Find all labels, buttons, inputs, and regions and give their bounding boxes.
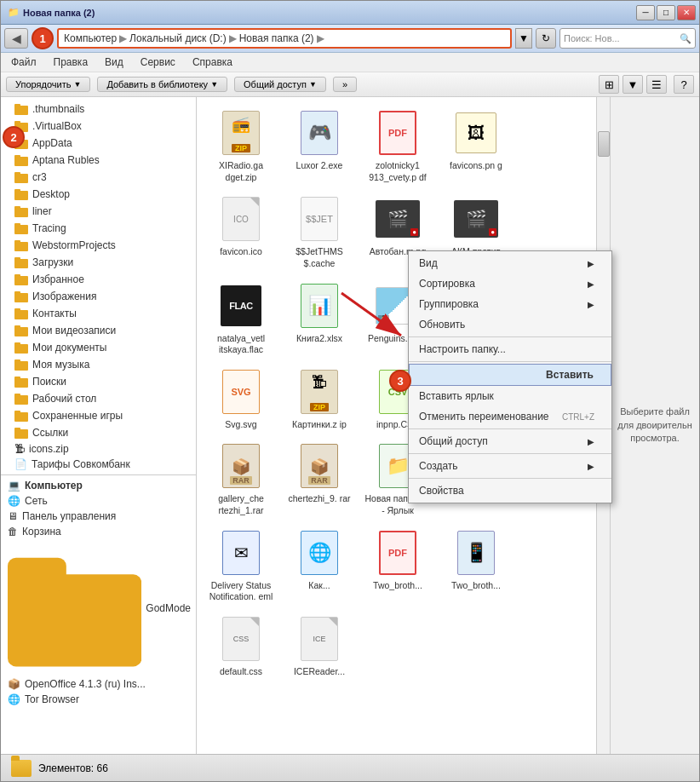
ctx-item-refresh[interactable]: Обновить <box>409 314 611 335</box>
toolbar-right: ⊞ ▼ ☰ ? <box>599 75 694 94</box>
back-button[interactable]: ◀ <box>4 28 28 49</box>
ctx-item-paste[interactable]: 3 Вставить <box>409 364 611 386</box>
ctx-item-share[interactable]: Общий доступ ▶ <box>409 431 611 451</box>
help-button[interactable]: ? <box>674 75 694 94</box>
svg-rect-29 <box>14 342 20 346</box>
sidebar-item-appdata[interactable]: AppData <box>1 135 196 152</box>
sidebar-item-docs[interactable]: Мои документы <box>1 339 196 356</box>
search-box[interactable]: Поиск: Нов... 🔍 <box>559 28 696 49</box>
sidebar-item-downloads[interactable]: Загрузки <box>1 254 196 271</box>
sidebar-item-images[interactable]: Изображения <box>1 288 196 305</box>
sidebar-item-cr3[interactable]: cr3 <box>1 169 196 186</box>
sidebar-item-thumbnails[interactable]: .thumbnails <box>1 101 196 118</box>
file-item-rar2[interactable]: 📦 RAR chertezhi_9. rar <box>282 437 357 520</box>
sidebar-item-network[interactable]: 🌐 Сеть <box>1 493 196 509</box>
details-pane-button[interactable]: ☰ <box>646 75 667 94</box>
sidebar-item-saved-games[interactable]: Сохраненные игры <box>1 407 196 424</box>
sidebar-item-desktop[interactable]: Desktop <box>1 186 196 203</box>
refresh-button[interactable]: ↻ <box>536 28 556 49</box>
close-button[interactable]: ✕ <box>677 5 696 20</box>
toolbar: Упорядочить ▼ Добавить в библиотеку ▼ Об… <box>1 72 699 97</box>
sidebar-item-computer[interactable]: 💻 Компьютер <box>1 478 196 493</box>
file-icon-favicon-ico: ICO <box>215 193 267 244</box>
more-button[interactable]: » <box>333 77 357 92</box>
file-item-css[interactable]: CSS default.css <box>204 610 278 681</box>
sidebar-item-godmode[interactable]: GodMode <box>1 539 196 676</box>
ctx-sep-2 <box>409 361 611 362</box>
sidebar-item-trash[interactable]: 🗑 Корзина <box>1 524 196 539</box>
menu-view[interactable]: Вид <box>98 55 130 70</box>
ctx-item-properties[interactable]: Свойства <box>409 480 611 501</box>
address-box[interactable]: Компьютер ▶ Локальный диск (D:) ▶ Новая … <box>57 28 512 49</box>
sidebar-item-tracing[interactable]: Tracing <box>1 220 196 237</box>
menu-bar: Файл Правка Вид Сервис Справка <box>1 53 699 72</box>
sidebar-item-searches[interactable]: Поиски <box>1 373 196 390</box>
sidebar: 2 .thumbnails .VirtualBox AppData Aptana… <box>1 97 197 754</box>
sidebar-item-favorites[interactable]: Избранное <box>1 271 196 288</box>
svg-rect-35 <box>14 394 20 397</box>
file-item-flac[interactable]: FLAC natalya_vetl itskaya.flac <box>204 277 278 359</box>
path-part-2: Локальный диск (D:) <box>129 32 227 44</box>
path-part-3: Новая папка (2) <box>239 32 314 44</box>
file-item-eml[interactable]: ✉ Delivery Status Notification. eml <box>204 524 278 607</box>
sidebar-item-links[interactable]: Ссылки <box>1 424 196 441</box>
file-label-flac: natalya_vetl itskaya.flac <box>207 333 275 356</box>
file-item-luxor[interactable]: 🎮 Luxor 2.exe <box>282 104 357 187</box>
ctx-item-customize[interactable]: Настроить папку... <box>409 339 611 359</box>
file-item-pdf1[interactable]: PDF zolotnicky1 913_cvety.p df <box>360 104 435 187</box>
sidebar-item-webstorm[interactable]: WebstormProjects <box>1 237 196 254</box>
sidebar-item-tor-browser[interactable]: 🌐 Tor Browser <box>1 692 196 707</box>
organize-arrow: ▼ <box>73 80 81 89</box>
menu-help[interactable]: Справка <box>186 55 239 70</box>
window-icon: 📁 <box>8 7 20 18</box>
sidebar-item-control-panel[interactable]: 🖥 Панель управления <box>1 509 196 524</box>
file-item-xlsx[interactable]: 📊 Книга2.xlsx <box>282 277 357 359</box>
file-item-app[interactable]: 📱 Two_broth... <box>439 524 514 607</box>
maximize-button[interactable]: □ <box>657 5 675 20</box>
sidebar-item-liner[interactable]: liner <box>1 203 196 220</box>
search-placeholder: Поиск: Нов... <box>564 33 620 43</box>
file-label-eml: Delivery Status Notification. eml <box>207 580 275 603</box>
sidebar-item-virtualbox[interactable]: .VirtualBox <box>1 118 196 135</box>
file-item-xiradio[interactable]: 📻 ZIP XIRadio.ga dget.zip <box>204 104 278 187</box>
sidebar-item-aptana[interactable]: Aptana Rubles <box>1 152 196 169</box>
share-button[interactable]: Общий доступ ▼ <box>234 77 326 92</box>
file-item-rar1[interactable]: 📦 RAR gallery_che rtezhi_1.rar <box>204 437 278 520</box>
ctx-item-sort[interactable]: Сортировка ▶ <box>409 273 611 294</box>
sidebar-item-openoffice[interactable]: 📦 OpenOffice 4.1.3 (ru) Ins... <box>1 676 196 692</box>
file-item-svg[interactable]: SVG Svg.svg <box>204 363 278 434</box>
sidebar-item-tarify[interactable]: 📄 Тарифы Совкомбанк <box>1 457 196 472</box>
sidebar-item-icons-zip[interactable]: 🗜 icons.zip <box>1 441 196 457</box>
file-item-icereader[interactable]: ICE ICEReader... <box>282 610 357 681</box>
address-bar-container: ◀ 1 Компьютер ▶ Локальный диск (D:) ▶ Но… <box>1 25 699 53</box>
ctx-item-undo-rename[interactable]: Отменить переименование CTRL+Z <box>409 406 611 427</box>
minimize-button[interactable]: ─ <box>636 5 655 20</box>
change-view-button[interactable]: ⊞ <box>599 75 619 94</box>
sidebar-item-videos[interactable]: Мои видеозаписи <box>1 322 196 339</box>
file-icon-kartinki-zip: 🗜 ZIP <box>294 366 345 417</box>
file-item-kartinki-zip[interactable]: 🗜 ZIP Картинки.z ip <box>282 363 357 434</box>
menu-tools[interactable]: Сервис <box>134 55 182 70</box>
ctx-item-view[interactable]: Вид ▶ <box>409 253 611 273</box>
file-label-app: Two_broth... <box>451 580 501 592</box>
add-library-button[interactable]: Добавить в библиотеку ▼ <box>97 77 227 92</box>
svg-rect-37 <box>14 411 20 414</box>
menu-file[interactable]: Файл <box>4 55 43 70</box>
sidebar-item-contacts[interactable]: Контакты <box>1 305 196 322</box>
address-dropdown[interactable]: ▼ <box>515 28 532 49</box>
ctx-item-create[interactable]: Создать ▶ <box>409 456 611 476</box>
file-item-cache[interactable]: $$JET $$JetTHMS $.cache <box>282 190 357 273</box>
path-part-1: Компьютер <box>64 32 117 44</box>
file-item-favicons[interactable]: 🖼 favicons.pn g <box>439 104 514 187</box>
file-item-favicon-ico[interactable]: ICO favicon.ico <box>204 190 278 273</box>
menu-edit[interactable]: Правка <box>47 55 95 70</box>
ctx-item-paste-shortcut[interactable]: Вставить ярлык <box>409 386 611 406</box>
view-options-button[interactable]: ▼ <box>623 75 643 94</box>
file-item-pdf2[interactable]: PDF Two_broth... <box>360 524 435 607</box>
file-item-web[interactable]: 🌐 Как... <box>282 524 357 607</box>
file-icon-akm: ● 🎬 <box>450 193 502 244</box>
ctx-item-group[interactable]: Группировка ▶ <box>409 294 611 314</box>
organize-button[interactable]: Упорядочить ▼ <box>6 77 90 92</box>
sidebar-item-music[interactable]: Моя музыка <box>1 356 196 373</box>
sidebar-item-desktop2[interactable]: Рабочий стол <box>1 390 196 407</box>
